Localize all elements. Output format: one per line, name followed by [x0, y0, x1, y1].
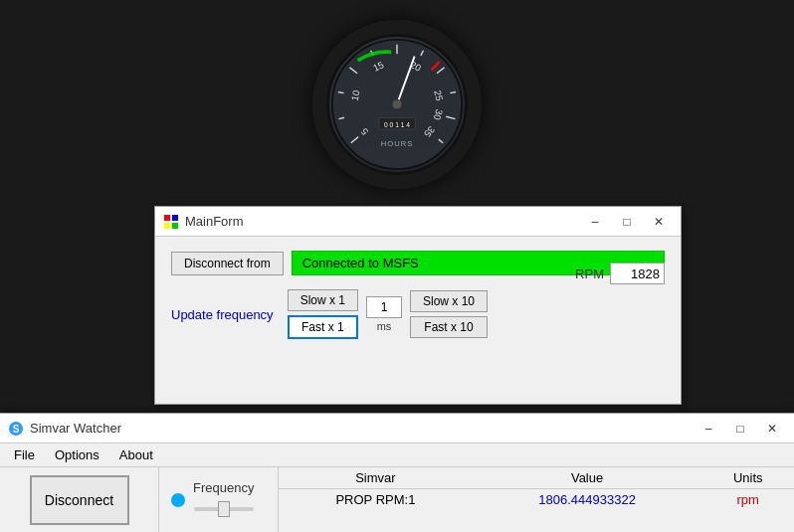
menu-options[interactable]: Options [45, 445, 109, 464]
simvar-titlebar: S Simvar Watcher – □ ✕ [0, 414, 794, 443]
gauge-svg: 5 10 15 20 25 30 35 0 0 1 1 4 HOURS [329, 37, 465, 172]
big-disconnect-button[interactable]: Disconnect [30, 475, 129, 525]
cell-units: rpm [701, 489, 794, 511]
mainform-title: MainForm [185, 214, 581, 229]
header-units: Units [701, 467, 794, 489]
gauge-area: 5 10 15 20 25 30 35 0 0 1 1 4 HOURS [0, 0, 794, 209]
simvar-menubar: File Options About [0, 443, 794, 467]
disconnect-from-button[interactable]: Disconnect from [171, 252, 284, 275]
window-controls: – □ ✕ [581, 212, 673, 232]
svg-text:S: S [13, 424, 20, 435]
svg-point-21 [392, 99, 402, 109]
svg-rect-26 [172, 215, 178, 221]
data-table-panel: Simvar Value Units PROP RPM:11806.444933… [279, 467, 794, 532]
frequency-panel: Frequency [159, 467, 279, 532]
fast-buttons-group: Slow x 10 Fast x 10 [410, 290, 488, 338]
header-simvar: Simvar [279, 467, 473, 489]
simvar-icon: S [8, 421, 24, 437]
mainform-content: Disconnect from Connected to MSFS Update… [155, 237, 681, 353]
slow-x10-button[interactable]: Slow x 10 [410, 290, 488, 312]
ms-value-input[interactable] [366, 296, 402, 318]
frequency-slider-thumb[interactable] [218, 501, 230, 517]
svg-rect-28 [172, 223, 178, 229]
simvar-table: Simvar Value Units PROP RPM:11806.444933… [279, 467, 794, 511]
svg-text:25: 25 [432, 89, 445, 102]
cell-simvar: PROP RPM:1 [279, 489, 473, 511]
mainform-close-button[interactable]: ✕ [645, 212, 673, 232]
simvar-maximize-button[interactable]: □ [726, 419, 754, 439]
svg-rect-25 [164, 215, 170, 221]
table-body: PROP RPM:11806.444933322rpm [279, 489, 794, 511]
frequency-slider-track [194, 507, 254, 511]
slow-x1-button[interactable]: Slow x 1 [288, 289, 358, 311]
simvar-watcher-window: S Simvar Watcher – □ ✕ File Options Abou… [0, 413, 794, 532]
mainform-titlebar: MainForm – □ ✕ [155, 207, 681, 237]
slow-buttons-group: Slow x 1 Fast x 1 [288, 289, 358, 339]
frequency-panel-label: Frequency [193, 480, 254, 495]
menu-about[interactable]: About [109, 445, 163, 464]
simvar-body: Disconnect Frequency Simvar Value [0, 467, 794, 532]
svg-text:HOURS: HOURS [381, 139, 413, 148]
mainform-window: MainForm – □ ✕ Disconnect from Connected… [154, 206, 682, 405]
mainform-minimize-button[interactable]: – [581, 212, 609, 232]
frequency-section: Update frequency Slow x 1 Fast x 1 ms Sl… [171, 289, 665, 339]
mainform-icon [163, 214, 179, 230]
gauge-circle: 5 10 15 20 25 30 35 0 0 1 1 4 HOURS [312, 20, 482, 189]
ms-input-group: ms [366, 296, 402, 332]
simvar-title: Simvar Watcher [30, 421, 695, 436]
simvar-close-button[interactable]: ✕ [758, 419, 786, 439]
frequency-indicator-dot [171, 493, 185, 507]
rpm-label: RPM [575, 266, 604, 281]
mainform-maximize-button[interactable]: □ [613, 212, 641, 232]
simvar-minimize-button[interactable]: – [695, 419, 722, 439]
table-header: Simvar Value Units [279, 467, 794, 489]
frequency-slider-container[interactable] [194, 499, 254, 519]
svg-text:0 0 1 1 4: 0 0 1 1 4 [384, 121, 410, 128]
menu-file[interactable]: File [4, 445, 45, 464]
rpm-section: RPM [575, 263, 665, 284]
fast-x1-button[interactable]: Fast x 1 [288, 315, 358, 339]
frequency-label: Update frequency [171, 307, 274, 322]
rpm-value-display[interactable] [610, 263, 665, 284]
svg-text:10: 10 [349, 89, 362, 102]
svg-rect-27 [164, 223, 170, 229]
table-row: PROP RPM:11806.444933322rpm [279, 489, 794, 511]
header-value: Value [473, 467, 702, 489]
simvar-window-controls: – □ ✕ [695, 419, 786, 439]
gauge-inner: 5 10 15 20 25 30 35 0 0 1 1 4 HOURS [326, 34, 468, 175]
ms-unit-label: ms [377, 320, 392, 332]
cell-value: 1806.444933322 [473, 489, 702, 511]
disconnect-panel: Disconnect [0, 467, 159, 532]
fast-x10-button[interactable]: Fast x 10 [410, 316, 488, 338]
